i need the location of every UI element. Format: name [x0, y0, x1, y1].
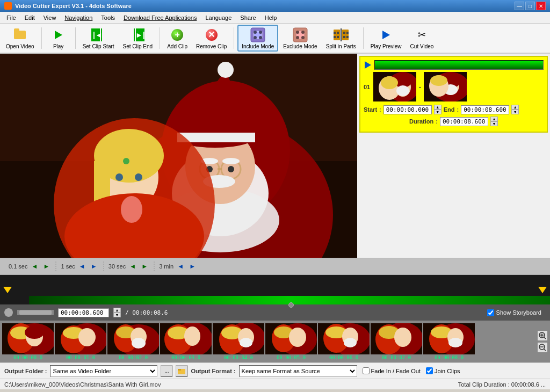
tl-arrow-1sec-right[interactable]: ►: [89, 262, 99, 271]
svg-rect-18: [334, 30, 340, 40]
join-clips-checkbox[interactable]: [426, 367, 433, 374]
remove-clip-button[interactable]: ✕ Remove Clip: [192, 25, 230, 52]
zoom-out-button[interactable]: [537, 342, 548, 353]
maximize-button[interactable]: □: [525, 2, 535, 10]
menu-edit[interactable]: Edit: [20, 13, 39, 22]
toolbar: Open Video Play |◄ Set Clip Start ►| Set…: [0, 24, 550, 54]
output-format-select[interactable]: Keep same Format as Source: [239, 365, 357, 377]
split-in-parts-label: Split in Parts: [326, 43, 356, 49]
duration-input[interactable]: [440, 117, 488, 126]
duration-spin-down[interactable]: ▼: [490, 121, 498, 126]
current-time-spin[interactable]: ▲ ▼: [113, 308, 121, 317]
start-time-input[interactable]: [383, 105, 432, 114]
add-clip-button[interactable]: + Add Clip: [163, 25, 191, 52]
cut-video-button[interactable]: ✂ Cut Video: [407, 25, 438, 52]
tl-arrow-3min-left[interactable]: ◄: [176, 262, 185, 271]
set-clip-end-label: Set Clip End: [123, 43, 153, 49]
open-video-button[interactable]: Open Video: [2, 25, 38, 52]
menu-file[interactable]: File: [2, 13, 20, 22]
svg-rect-19: [337, 32, 339, 34]
sb-img-0: [2, 323, 54, 354]
tl-arrow-3min-right[interactable]: ►: [187, 262, 197, 271]
timeline-progress-bar[interactable]: [29, 296, 550, 304]
exclude-mode-button[interactable]: Exclude Mode: [279, 25, 321, 52]
svg-point-106: [289, 328, 306, 347]
svg-point-101: [240, 338, 252, 347]
exclude-mode-icon: [293, 27, 308, 42]
menu-help[interactable]: Help: [260, 13, 281, 22]
current-time-input[interactable]: [58, 308, 109, 317]
sb-img-6: [318, 323, 370, 354]
start-spin[interactable]: ▲ ▼: [434, 105, 442, 114]
clip-play-btn[interactable]: [364, 61, 372, 69]
split-in-parts-button[interactable]: Split in Parts: [322, 25, 360, 52]
tl-arrow-1sec-left[interactable]: ◄: [77, 262, 87, 271]
start-label: Start: [364, 106, 377, 113]
sb-thumb-4: 00:00:04.0: [213, 323, 264, 360]
play-preview-button[interactable]: Play Preview: [367, 25, 406, 52]
set-clip-end-button[interactable]: ►| Set Clip End: [119, 25, 157, 52]
sb-thumb-5: 00:00:05.0: [265, 323, 317, 360]
end-spin[interactable]: ▲ ▼: [511, 105, 519, 114]
duration-label: Duration: [409, 118, 433, 125]
current-time-spin-up[interactable]: ▲: [113, 308, 121, 313]
clip-panel: 01 -: [359, 56, 548, 133]
show-storyboard-checkbox[interactable]: [487, 309, 494, 316]
svg-rect-40: [177, 133, 255, 142]
menu-navigation[interactable]: Navigation: [60, 13, 97, 22]
start-spin-down[interactable]: ▼: [434, 110, 442, 114]
svg-point-41: [218, 62, 234, 78]
tl-seg-3min: 3 min ◄ ►: [155, 262, 201, 271]
end-spin-up[interactable]: ▲: [511, 105, 519, 110]
menu-tools[interactable]: Tools: [97, 13, 119, 22]
video-preview[interactable]: [0, 54, 357, 258]
set-clip-start-button[interactable]: |◄ Set Clip Start: [79, 25, 118, 52]
close-button[interactable]: ✕: [536, 2, 546, 10]
play-preview-icon: [379, 27, 394, 42]
duration-spin[interactable]: ▲ ▼: [490, 117, 498, 126]
clip-number: 01: [364, 84, 370, 90]
sb-thumb-0: 00:00:00.0: [2, 323, 54, 360]
tl-arrow-0.1sec-right[interactable]: ►: [41, 262, 51, 271]
left-triangle-marker: [3, 287, 12, 293]
output-bar: Output Folder : Same as Video Folder ...…: [0, 362, 550, 379]
include-mode-button[interactable]: Include Mode: [237, 25, 278, 52]
svg-point-65: [396, 85, 409, 96]
browse-folder-button[interactable]: ...: [161, 365, 172, 377]
show-storyboard-toggle[interactable]: Show Storyboard: [487, 309, 541, 316]
timeline-area[interactable]: [0, 275, 550, 304]
svg-line-129: [544, 349, 546, 351]
end-spin-down[interactable]: ▼: [511, 110, 519, 114]
menubar: File Edit View Navigation Tools Download…: [0, 12, 550, 24]
duration-spin-up[interactable]: ▲: [490, 117, 498, 121]
menu-view[interactable]: View: [39, 13, 61, 22]
output-folder-select[interactable]: Same as Video Folder: [50, 365, 157, 377]
menu-share[interactable]: Share: [236, 13, 260, 22]
fade-in-out-checkbox[interactable]: [363, 367, 370, 374]
start-spin-up[interactable]: ▲: [434, 105, 442, 110]
svg-point-73: [430, 75, 447, 86]
current-time-spin-down[interactable]: ▼: [113, 313, 121, 317]
open-folder-button[interactable]: [176, 365, 187, 377]
scrubber-bar[interactable]: [19, 310, 52, 315]
zoom-in-button[interactable]: [537, 330, 548, 341]
menu-language[interactable]: Language: [201, 13, 236, 22]
right-triangle-marker: [538, 287, 547, 293]
sb-img-4: [213, 323, 264, 354]
svg-point-11: [259, 36, 262, 39]
minimize-button[interactable]: —: [515, 2, 524, 10]
tl-arrow-30sec-right[interactable]: ►: [140, 262, 149, 271]
tl-arrow-0.1sec-left[interactable]: ◄: [30, 262, 39, 271]
fade-in-out-checkbox-row: Fade In / Fade Out: [363, 367, 421, 374]
svg-point-58: [121, 196, 142, 223]
menu-download[interactable]: Download Free Applications: [119, 13, 201, 22]
svg-rect-4: [134, 28, 135, 41]
statusbar: C:\Users\mikew_000\Videos\Christmas\Sant…: [0, 379, 550, 389]
end-time-input[interactable]: [461, 105, 509, 114]
play-button[interactable]: Play: [45, 25, 72, 52]
window-controls[interactable]: — □ ✕: [515, 2, 546, 10]
join-clips-checkbox-row: Join Clips: [426, 367, 460, 374]
svg-rect-21: [334, 32, 336, 34]
set-clip-start-label: Set Clip Start: [83, 43, 114, 49]
tl-arrow-30sec-left[interactable]: ◄: [128, 262, 138, 271]
